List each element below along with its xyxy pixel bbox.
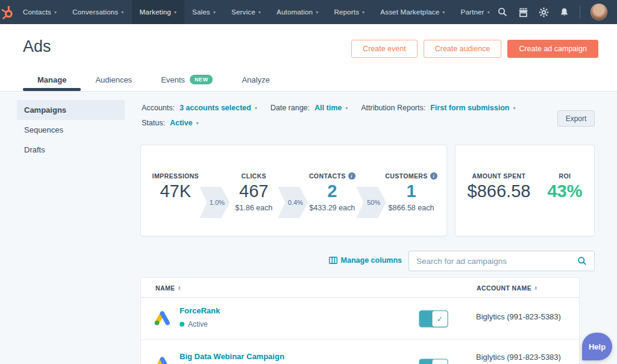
status-filter-dropdown[interactable]: Active (170, 119, 193, 127)
create-ad-campaign-button[interactable]: Create ad campaign (507, 40, 598, 58)
search-icon[interactable] (498, 7, 508, 17)
export-button[interactable]: Export (557, 110, 595, 127)
account-name: Biglytics (991-823-5383) (476, 312, 561, 321)
funnel-stage-impressions: IMPRESSIONS 47K (150, 172, 201, 202)
tab-analyze[interactable]: Analyze (227, 68, 284, 91)
hubspot-logo-icon[interactable] (0, 5, 15, 20)
active-tab-indicator (23, 88, 81, 91)
roi-value: 43% (547, 180, 582, 202)
chevron-down-icon[interactable]: ▾ (345, 105, 348, 111)
spend-roi-card: AMOUNT SPENT $866.58 ROI 43% (455, 145, 595, 236)
campaign-link[interactable]: Big Data Webinar Campaign (180, 352, 284, 361)
campaign-link[interactable]: ForceRank (180, 306, 220, 315)
campaign-search (409, 251, 595, 271)
column-header-account-name[interactable]: ACCOUNT NAME ▲▼ (477, 278, 537, 298)
search-icon[interactable] (577, 256, 587, 266)
attribution-filter-dropdown[interactable]: First form submission (430, 104, 509, 112)
cost-per-contact: $433.29 each (309, 204, 355, 212)
funnel-stage-clicks: CLICKS 467 $1.86 each (228, 172, 279, 212)
sort-icon[interactable]: ▲▼ (534, 286, 537, 290)
contacts-value[interactable]: 2 (327, 180, 337, 202)
chevron-down-icon: ▾ (174, 10, 177, 15)
stage-label: CUSTOMERS (385, 172, 428, 180)
campaign-toggle[interactable]: ✓ (419, 359, 448, 364)
page-header: Ads Create event Create audience Create … (0, 24, 617, 92)
customers-value[interactable]: 1 (406, 180, 416, 202)
sidebar-item-sequences[interactable]: Sequences (17, 120, 125, 140)
table-row: Big Data Webinar Campaign ✓ Biglytics (9… (141, 340, 579, 364)
chevron-down-icon[interactable]: ▾ (255, 105, 257, 111)
funnel-arrow: 1.0% (199, 187, 230, 218)
roi-label: ROI (559, 172, 571, 180)
nav-item-service[interactable]: Service▾ (224, 0, 269, 24)
info-icon[interactable]: i (348, 172, 355, 180)
nav-item-partner[interactable]: Partner▾ (453, 0, 498, 24)
create-event-button[interactable]: Create event (351, 40, 418, 58)
create-audience-button[interactable]: Create audience (424, 40, 502, 58)
date-range-filter-dropdown[interactable]: All time (315, 104, 342, 112)
clicks-value: 467 (239, 180, 268, 202)
campaigns-table: NAME ▲▼ ACCOUNT NAME ▲▼ ForceRank Active… (140, 277, 580, 364)
stage-label: IMPRESSIONS (152, 172, 199, 180)
stage-label: CONTACTS (309, 172, 346, 180)
top-nav: Contacts▾ Conversations▾ Marketing▾ Sale… (0, 0, 617, 24)
funnel-arrow: 50% (356, 187, 386, 218)
cost-per-click: $1.86 each (235, 204, 272, 212)
nav-item-contacts[interactable]: Contacts▾ (15, 0, 64, 24)
column-header-name[interactable]: NAME ▲▼ (155, 278, 181, 298)
sidebar-item-drafts[interactable]: Drafts (17, 140, 125, 160)
nav-divider (580, 5, 580, 19)
user-avatar[interactable] (590, 4, 607, 20)
notifications-icon[interactable] (559, 7, 569, 17)
table-header: NAME ▲▼ ACCOUNT NAME ▲▼ (141, 278, 579, 298)
toggle-knob: ✓ (432, 359, 448, 364)
nav-item-conversations[interactable]: Conversations▾ (64, 0, 131, 24)
columns-icon (329, 257, 337, 264)
help-button[interactable]: Help (582, 333, 612, 360)
chevron-down-icon: ▾ (121, 10, 124, 15)
manage-columns-button[interactable]: Manage columns (329, 256, 402, 265)
amount-spent-value: $866.58 (468, 180, 531, 202)
sidebar: Campaigns Sequences Drafts (17, 100, 125, 160)
sort-icon[interactable]: ▲▼ (178, 286, 181, 290)
chevron-down-icon[interactable]: ▾ (196, 121, 198, 126)
nav-item-asset-marketplace[interactable]: Asset Marketplace▾ (372, 0, 453, 24)
chevron-down-icon[interactable]: ▾ (513, 105, 516, 111)
funnel-stage-customers: CUSTOMERSi 1 $866.58 each (385, 172, 437, 212)
nav-item-sales[interactable]: Sales▾ (184, 0, 224, 24)
accounts-filter-dropdown[interactable]: 3 accounts selected (180, 104, 251, 112)
google-ads-icon (153, 310, 171, 328)
attribution-filter-label: Attribution Reports: (361, 104, 425, 112)
tab-events[interactable]: EventsNEW (146, 68, 227, 91)
new-badge: NEW (190, 75, 213, 84)
chevron-down-icon: ▾ (54, 10, 57, 15)
conversion-rate: 50% (362, 199, 380, 206)
chevron-down-icon: ▾ (316, 10, 318, 15)
campaign-toggle[interactable]: ✓ (419, 310, 448, 327)
header-actions: Create event Create audience Create ad c… (351, 40, 598, 58)
settings-icon[interactable] (539, 7, 549, 17)
search-input[interactable] (416, 257, 577, 266)
chevron-down-icon: ▾ (213, 10, 216, 15)
marketplace-icon[interactable] (518, 7, 528, 17)
funnel-metrics-card: IMPRESSIONS 47K 1.0% CLICKS 467 $1.86 ea… (140, 145, 447, 236)
nav-item-reports[interactable]: Reports▾ (326, 0, 372, 24)
conversion-rate: 0.4% (283, 199, 303, 206)
nav-item-marketing[interactable]: Marketing▾ (132, 0, 185, 24)
chevron-down-icon: ▾ (487, 10, 490, 15)
google-ads-icon (153, 356, 171, 364)
date-range-filter-label: Date range: (271, 104, 310, 112)
tab-audiences[interactable]: Audiences (81, 68, 146, 91)
nav-menu: Contacts▾ Conversations▾ Marketing▾ Sale… (15, 0, 498, 24)
chevron-down-icon: ▾ (442, 10, 445, 15)
nav-item-automation[interactable]: Automation▾ (269, 0, 326, 24)
status-dot-icon (180, 322, 184, 327)
funnel-arrow: 0.4% (278, 187, 308, 218)
campaign-status: Active (180, 320, 208, 328)
info-icon[interactable]: i (430, 172, 437, 180)
impressions-value: 47K (160, 180, 191, 202)
funnel-stage-contacts: CONTACTSi 2 $433.29 each (307, 172, 357, 212)
sidebar-item-campaigns[interactable]: Campaigns (17, 100, 125, 120)
accounts-filter-label: Accounts: (142, 104, 175, 112)
stage-label: CLICKS (242, 172, 266, 180)
